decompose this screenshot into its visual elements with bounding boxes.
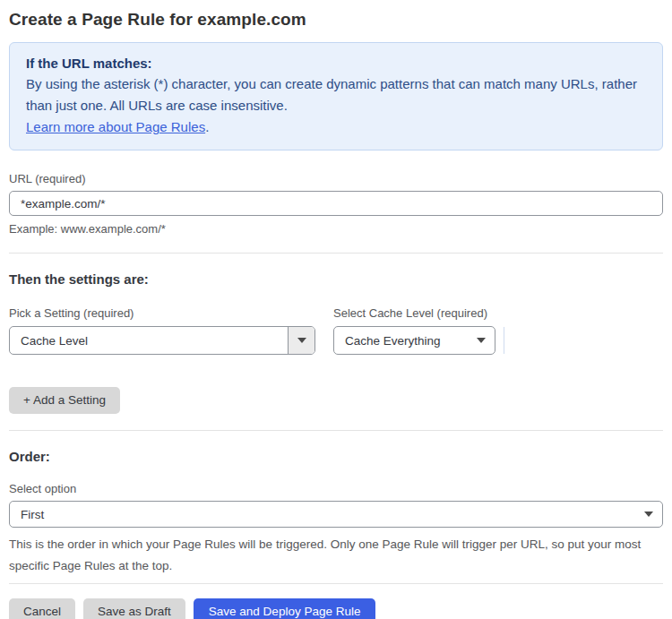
order-dropdown[interactable]: First <box>9 501 663 528</box>
cache-level-value: Cache Everything <box>334 334 468 348</box>
cache-level-label: Select Cache Level (required) <box>333 306 504 320</box>
url-input[interactable] <box>9 191 663 216</box>
chevron-down-icon <box>635 502 662 527</box>
order-section-heading: Order: <box>9 449 663 465</box>
page-rule-form: Create a Page Rule for example.com If th… <box>0 0 672 619</box>
page-title: Create a Page Rule for example.com <box>9 9 663 30</box>
cache-level-dropdown[interactable]: Cache Everything <box>333 326 495 355</box>
chevron-down-icon <box>297 338 306 343</box>
cache-level-wrap: Cache Everything <box>333 320 504 355</box>
info-box-body: By using the asterisk (*) character, you… <box>26 73 646 116</box>
chevron-down-icon <box>468 327 495 354</box>
info-box-heading: If the URL matches: <box>26 54 646 73</box>
divider <box>9 253 663 254</box>
link-suffix: . <box>205 119 209 134</box>
cancel-button[interactable]: Cancel <box>9 598 75 619</box>
learn-more-link[interactable]: Learn more about Page Rules <box>26 119 205 134</box>
info-box-link-row: Learn more about Page Rules. <box>26 116 646 138</box>
add-setting-button[interactable]: + Add a Setting <box>9 387 120 414</box>
order-select-label: Select option <box>9 482 663 495</box>
settings-row: Pick a Setting (required) Cache Level Se… <box>9 306 663 355</box>
footer-actions: Cancel Save as Draft Save and Deploy Pag… <box>9 598 663 619</box>
order-value: First <box>10 508 635 521</box>
cache-level-column: Select Cache Level (required) Cache Ever… <box>333 306 504 355</box>
vertical-divider <box>504 327 504 354</box>
divider <box>9 430 663 431</box>
pick-setting-label: Pick a Setting (required) <box>9 306 315 320</box>
url-field-label: URL (required) <box>9 172 663 185</box>
divider <box>9 583 663 584</box>
pick-setting-column: Pick a Setting (required) Cache Level <box>9 306 315 355</box>
save-as-draft-button[interactable]: Save as Draft <box>83 598 185 619</box>
url-helper-text: Example: www.example.com/* <box>9 222 663 236</box>
pick-setting-dropdown[interactable]: Cache Level <box>9 326 315 355</box>
dropdown-arrow-section[interactable] <box>288 327 314 354</box>
save-and-deploy-button[interactable]: Save and Deploy Page Rule <box>194 598 376 619</box>
url-match-info-box: If the URL matches: By using the asteris… <box>9 42 663 150</box>
settings-section-heading: Then the settings are: <box>9 271 663 288</box>
order-helper-text: This is the order in which your Page Rul… <box>9 534 647 577</box>
pick-setting-value: Cache Level <box>10 334 288 348</box>
